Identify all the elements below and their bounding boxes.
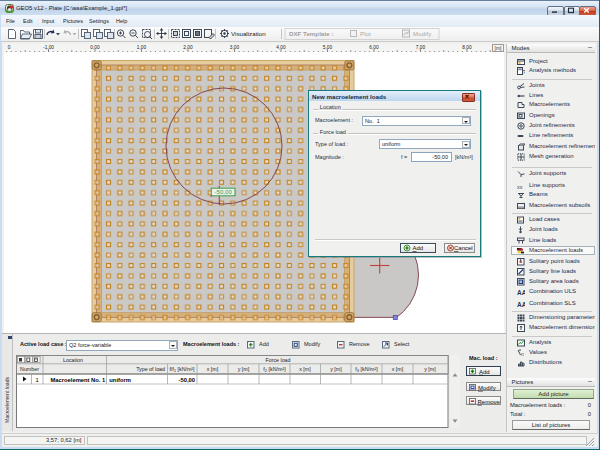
svg-text:uniform: uniform bbox=[109, 376, 131, 382]
svg-text:-50,00: -50,00 bbox=[179, 376, 195, 382]
svg-text:y [m]: y [m] bbox=[424, 366, 436, 372]
svg-text:AA: AA bbox=[517, 300, 525, 307]
svg-text:x [m]: x [m] bbox=[392, 366, 404, 372]
svg-text:7,00: 7,00 bbox=[416, 45, 426, 50]
svg-text:AA: AA bbox=[517, 289, 525, 296]
svg-text:Number: Number bbox=[20, 366, 39, 372]
svg-text:y [m]: y [m] bbox=[238, 366, 250, 372]
svg-text:-1,00: -1,00 bbox=[43, 45, 54, 50]
svg-text:Remove: Remove bbox=[478, 398, 501, 404]
svg-text:4,00: 4,00 bbox=[276, 45, 286, 50]
svg-text:6,00: 6,00 bbox=[369, 45, 379, 50]
svg-text:Modify: Modify bbox=[413, 30, 432, 37]
svg-text:DXF Template :: DXF Template : bbox=[289, 30, 334, 37]
svg-text:Macroelement No. 1: Macroelement No. 1 bbox=[51, 376, 107, 382]
svg-text:5,00: 5,00 bbox=[323, 45, 333, 50]
svg-text:Plot: Plot bbox=[360, 30, 371, 37]
svg-text:f2 [kN/m²]: f2 [kN/m²] bbox=[263, 366, 286, 373]
svg-text:0,00: 0,00 bbox=[90, 45, 100, 50]
svg-text:0: 0 bbox=[8, 45, 11, 50]
svg-text:-50,00: -50,00 bbox=[215, 188, 233, 195]
svg-text:2,00: 2,00 bbox=[183, 45, 193, 50]
svg-text:?: ? bbox=[522, 69, 525, 75]
svg-text:xx: xx bbox=[517, 183, 523, 189]
svg-text:Force load: Force load bbox=[265, 356, 290, 362]
svg-text:x [m]: x [m] bbox=[207, 366, 219, 372]
svg-text:f/f1 [kN/m²]: f/f1 [kN/m²] bbox=[169, 366, 195, 373]
svg-text:1,00: 1,00 bbox=[137, 45, 147, 50]
svg-text:Add: Add bbox=[479, 368, 490, 374]
svg-text:Type of load: Type of load bbox=[136, 366, 165, 372]
svg-text:f3 [kN/m²]: f3 [kN/m²] bbox=[355, 366, 378, 373]
svg-text:1: 1 bbox=[35, 376, 38, 382]
svg-text:Location: Location bbox=[63, 356, 83, 362]
svg-text:8,00: 8,00 bbox=[462, 45, 472, 50]
svg-text:Cancel: Cancel bbox=[454, 245, 473, 251]
svg-text:n: n bbox=[521, 351, 524, 357]
svg-text:3,00: 3,00 bbox=[230, 45, 240, 50]
svg-text:Modify: Modify bbox=[478, 384, 496, 390]
svg-text:y [m]: y [m] bbox=[330, 366, 342, 372]
svg-text:Add: Add bbox=[413, 245, 424, 251]
svg-text:x [m]: x [m] bbox=[299, 366, 311, 372]
svg-text:Visualization: Visualization bbox=[231, 30, 266, 37]
